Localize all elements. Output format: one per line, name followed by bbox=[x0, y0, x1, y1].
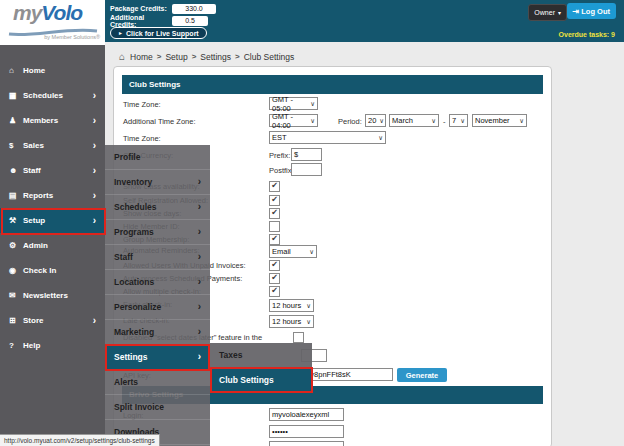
calendar-icon: ▦ bbox=[9, 91, 23, 100]
breadcrumb-item-club-settings[interactable]: Club Settings bbox=[244, 52, 295, 62]
owner-menu-button[interactable]: Owner ▾ bbox=[528, 4, 567, 21]
logo-my: my bbox=[13, 1, 41, 24]
generate-button[interactable]: Generate bbox=[397, 368, 447, 382]
login-input[interactable]: myvoloalexeyxml bbox=[269, 408, 344, 421]
period-from-month-select[interactable]: March bbox=[389, 114, 439, 127]
submenu-item-profile[interactable]: Profile bbox=[105, 145, 210, 170]
submenu-item-label: Profile bbox=[114, 152, 140, 162]
submenu-item-label: Marketing bbox=[114, 327, 154, 337]
status-bar-url: http://volo.myuat.com/v2/setup/settings/… bbox=[0, 434, 160, 446]
early-check-in-select[interactable]: 12 hours bbox=[269, 299, 314, 312]
sidebar-item-store[interactable]: ⊞Store bbox=[0, 308, 105, 333]
flyout-item-club-settings[interactable]: Club Settings bbox=[210, 368, 312, 393]
time-zone-name-select[interactable]: EST bbox=[269, 131, 386, 144]
breadcrumb-item-setup[interactable]: Setup bbox=[165, 52, 187, 62]
sidebar-item-label: Help bbox=[23, 341, 40, 350]
submenu-item-label: Programs bbox=[114, 227, 154, 237]
submenu-item-label: Schedules bbox=[114, 202, 157, 212]
early-check-in-value: 12 hours bbox=[272, 301, 301, 310]
breadcrumb-item-home[interactable]: Home bbox=[130, 52, 153, 62]
period-from-day-select[interactable]: 20 bbox=[365, 114, 386, 127]
flyout-item-label: Club Settings bbox=[219, 375, 274, 385]
logout-label: Log Out bbox=[581, 7, 610, 16]
submenu-item-split-invoice[interactable]: Split Invoice bbox=[105, 395, 210, 420]
time-zone-name-row: Time Zone: EST bbox=[114, 131, 551, 145]
hide-member-id-checkbox[interactable] bbox=[269, 221, 280, 232]
breadcrumb-item-settings[interactable]: Settings bbox=[200, 52, 231, 62]
sidebar-item-newsletters[interactable]: ✉Newsletters bbox=[0, 283, 105, 308]
additional-time-zone-select[interactable]: GMT - 04:00 bbox=[269, 114, 318, 127]
period-to-month-select[interactable]: November bbox=[472, 114, 527, 127]
submenu-item-programs[interactable]: Programs bbox=[105, 220, 210, 245]
select-dates-feature-checkbox[interactable] bbox=[293, 332, 304, 343]
submenu-item-label: Personalize bbox=[114, 302, 161, 312]
cart-icon: ⊞ bbox=[9, 316, 23, 325]
multiple-check-in-checkbox[interactable]: ✔ bbox=[269, 286, 280, 297]
unpaid-invoices-checkbox[interactable]: ✔ bbox=[269, 260, 280, 271]
submenu-item-schedules[interactable]: Schedules bbox=[105, 195, 210, 220]
package-credits-row: Package Credits: 330.0 bbox=[110, 3, 216, 14]
sidebar-item-label: Staff bbox=[23, 166, 41, 175]
additional-credits-field[interactable]: 0.5 bbox=[172, 16, 208, 26]
owner-label: Owner bbox=[534, 9, 555, 16]
submenu-item-marketing[interactable]: Marketing bbox=[105, 320, 210, 345]
self-registration-checkbox[interactable]: ✔ bbox=[269, 195, 280, 206]
chart-icon: ▤ bbox=[9, 191, 23, 200]
submenu-item-inventory[interactable]: Inventory bbox=[105, 170, 210, 195]
live-support-button[interactable]: ► Click for Live Support bbox=[110, 27, 207, 39]
submenu-item-label: Staff bbox=[114, 252, 133, 262]
sidebar-item-label: Setup bbox=[23, 216, 45, 225]
sidebar-item-staff[interactable]: ☻Staff bbox=[0, 158, 105, 183]
home-icon: ⌂ bbox=[9, 66, 23, 75]
submenu-item-label: Settings bbox=[114, 352, 148, 362]
period-to-day-select[interactable]: 7 bbox=[449, 114, 468, 127]
overdue-tasks-badge[interactable]: Overdue tasks: 9 bbox=[559, 31, 615, 38]
submenu-item-personalize[interactable]: Personalize bbox=[105, 295, 210, 320]
extra-input[interactable] bbox=[269, 441, 344, 446]
submenu-item-settings[interactable]: Settings bbox=[105, 345, 210, 370]
sidebar-item-members[interactable]: ♟Members bbox=[0, 108, 105, 133]
sidebar-item-label: Check In bbox=[23, 266, 56, 275]
additional-time-zone-label: Additional Time Zone: bbox=[123, 117, 196, 126]
late-check-in-select[interactable]: 12 hours bbox=[269, 315, 314, 328]
submenu-item-alerts[interactable]: Alerts bbox=[105, 370, 210, 395]
sidebar-item-label: Reports bbox=[23, 191, 53, 200]
help-icon: ? bbox=[9, 341, 23, 350]
sidebar-item-sales[interactable]: $Sales bbox=[0, 133, 105, 158]
package-credits-label: Package Credits: bbox=[110, 5, 172, 12]
time-zone-value: GMT - 05:00 bbox=[272, 95, 307, 113]
logout-button[interactable]: ⇥ Log Out bbox=[567, 3, 616, 19]
postfix-input[interactable] bbox=[291, 163, 322, 176]
submenu-item-label: Split Invoice bbox=[114, 402, 164, 412]
submenu-item-locations[interactable]: Locations bbox=[105, 270, 210, 295]
setup-submenu: Profile Inventory Schedules Programs Sta… bbox=[105, 145, 210, 446]
sidebar-item-label: Schedules bbox=[23, 91, 63, 100]
password-input[interactable]: •••••• bbox=[269, 425, 344, 438]
additional-time-zone-value: GMT - 04:00 bbox=[272, 112, 307, 130]
sidebar-item-label: Home bbox=[23, 66, 45, 75]
sidebar-nav: ⌂Home ▦Schedules ♟Members $Sales ☻Staff … bbox=[0, 45, 105, 446]
app-logo[interactable]: myVolo by Member Solutions® bbox=[0, 0, 105, 45]
sidebar-item-home[interactable]: ⌂Home bbox=[0, 58, 105, 83]
sidebar-item-reports[interactable]: ▤Reports bbox=[0, 183, 105, 208]
class-availability-checkbox[interactable]: ✔ bbox=[269, 181, 280, 192]
package-credits-field[interactable]: 330.0 bbox=[172, 4, 216, 14]
flyout-item-taxes[interactable]: Taxes bbox=[210, 343, 312, 368]
people-icon: ☻ bbox=[9, 166, 23, 175]
prefix-input[interactable]: $ bbox=[291, 148, 322, 161]
time-zone-row: Time Zone: GMT - 05:00 bbox=[114, 97, 551, 111]
sidebar-item-setup[interactable]: ⚒Setup bbox=[0, 208, 105, 233]
sidebar-item-admin[interactable]: ⚙Admin bbox=[0, 233, 105, 258]
sidebar-item-schedules[interactable]: ▦Schedules bbox=[0, 83, 105, 108]
automated-reminders-select[interactable]: Email bbox=[269, 245, 317, 258]
gear-icon: ⚙ bbox=[9, 241, 23, 250]
sidebar-item-label: Store bbox=[23, 316, 43, 325]
sidebar-item-label: Members bbox=[23, 116, 58, 125]
settings-flyout-menu: Taxes Club Settings bbox=[210, 343, 312, 393]
close-days-checkbox[interactable]: ✔ bbox=[269, 208, 280, 219]
submenu-item-staff[interactable]: Staff bbox=[105, 245, 210, 270]
auto-process-payments-checkbox[interactable]: ✔ bbox=[269, 273, 280, 284]
sidebar-item-check-in[interactable]: ◉Check In bbox=[0, 258, 105, 283]
sidebar-item-help[interactable]: ?Help bbox=[0, 333, 105, 358]
time-zone-select[interactable]: GMT - 05:00 bbox=[269, 97, 318, 110]
